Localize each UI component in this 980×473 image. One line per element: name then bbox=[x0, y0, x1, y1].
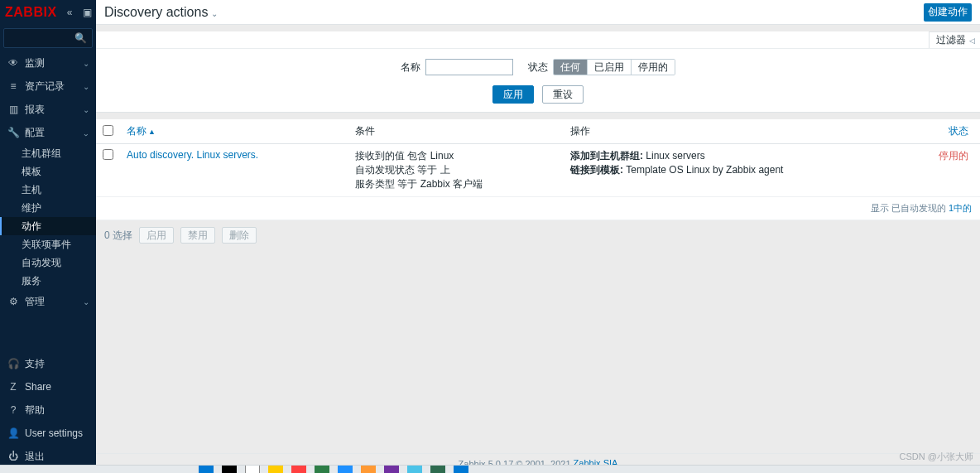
col-operations: 操作 bbox=[564, 119, 922, 144]
nav-monitoring[interactable]: 👁 监测 ⌄ bbox=[0, 51, 96, 75]
bulk-disable-button[interactable]: 禁用 bbox=[180, 227, 215, 244]
nav-admin[interactable]: ⚙ 管理 ⌄ bbox=[0, 290, 96, 313]
sidebar-nav: 👁 监测 ⌄ ≡ 资产记录 ⌄ ▥ 报表 ⌄ 🔧 配置 ⌃ 主机群组 模板 主机… bbox=[0, 51, 96, 352]
filter-panel: 名称 状态 任何 已启用 停用的 应用 重设 bbox=[96, 48, 980, 113]
col-name-sort[interactable]: 名称▲ bbox=[127, 125, 156, 137]
share-icon: Z bbox=[7, 381, 20, 393]
headset-icon: 🎧 bbox=[7, 358, 20, 369]
sidebar-edit-icon[interactable]: ▣ bbox=[79, 0, 96, 25]
content: 名称▲ 条件 操作 状态 Auto discovery. Linux serve… bbox=[96, 119, 980, 473]
nav-inventory[interactable]: ≡ 资产记录 ⌄ bbox=[0, 75, 96, 98]
create-action-button[interactable]: 创建动作 bbox=[924, 3, 972, 22]
filter-tab-row: 过滤器 ◁ bbox=[96, 31, 980, 48]
nav-configuration-sub: 主机群组 模板 主机 维护 动作 关联项事件 自动发现 服务 bbox=[0, 144, 96, 290]
bulk-action-bar: 0 选择 启用 禁用 删除 bbox=[96, 220, 980, 250]
bar-chart-icon: ▥ bbox=[7, 104, 20, 115]
nav-configuration[interactable]: 🔧 配置 ⌃ bbox=[0, 121, 96, 144]
summary-link[interactable]: 1中的 bbox=[949, 203, 972, 213]
sub-actions[interactable]: 动作 bbox=[0, 217, 96, 235]
chevron-up-icon: ⌃ bbox=[83, 128, 89, 138]
chevron-down-icon: ⌄ bbox=[83, 82, 89, 91]
chevron-down-icon: ⌄ bbox=[83, 105, 89, 114]
condition-line: 自动发现状态 等于 上 bbox=[355, 163, 557, 177]
bulk-enable-button[interactable]: 启用 bbox=[139, 227, 174, 244]
operation-line: 链接到模板: Template OS Linux by Zabbix agent bbox=[570, 163, 915, 177]
sidebar-footer: 🎧 支持 Z Share ? 帮助 👤 User settings ⏻ 退出 bbox=[0, 352, 96, 473]
foot-help[interactable]: ? 帮助 bbox=[0, 398, 96, 422]
reset-button[interactable]: 重设 bbox=[542, 85, 584, 104]
operations-cell: 添加到主机群组: Linux servers 链接到模板: Template O… bbox=[564, 144, 922, 197]
status-disabled[interactable]: 停用的 bbox=[631, 60, 675, 75]
search-icon[interactable]: 🔍 bbox=[74, 32, 87, 44]
power-icon: ⏻ bbox=[7, 451, 20, 462]
col-conditions: 条件 bbox=[348, 119, 564, 144]
question-icon: ? bbox=[7, 404, 20, 416]
list-icon: ≡ bbox=[7, 80, 20, 92]
os-taskbar bbox=[0, 465, 980, 473]
chevron-down-icon: ⌄ bbox=[83, 59, 89, 68]
nav-reports[interactable]: ▥ 报表 ⌄ bbox=[0, 98, 96, 121]
filter-name-group: 名称 bbox=[401, 59, 513, 75]
filter-name-input[interactable] bbox=[425, 59, 513, 75]
sub-hosts[interactable]: 主机 bbox=[0, 181, 96, 199]
sort-asc-icon: ▲ bbox=[148, 128, 156, 136]
user-icon: 👤 bbox=[7, 427, 20, 439]
sub-services[interactable]: 服务 bbox=[0, 272, 96, 290]
table-header-row: 名称▲ 条件 操作 状态 bbox=[96, 119, 980, 144]
page-title: Discovery actions bbox=[104, 5, 208, 20]
table-row: Auto discovery. Linux servers. 接收到的值 包含 … bbox=[96, 144, 980, 197]
eye-icon: 👁 bbox=[7, 57, 20, 69]
filter-tab-label: 过滤器 bbox=[936, 33, 966, 47]
gear-icon: ⚙ bbox=[7, 296, 20, 307]
condition-line: 接收到的值 包含 Linux bbox=[355, 149, 557, 163]
sidebar-collapse-icon[interactable]: « bbox=[61, 0, 79, 25]
table-summary: 显示 已自动发现的 1中的 bbox=[96, 197, 980, 220]
sidebar: ZABBIX « ▣ 🔍 👁 监测 ⌄ ≡ 资产记录 ⌄ ▥ 报表 ⌄ 🔧 配置… bbox=[0, 0, 96, 473]
watermark: CSDN @小张大师 bbox=[900, 451, 973, 463]
sidebar-search[interactable]: 🔍 bbox=[3, 28, 93, 48]
foot-share[interactable]: Z Share bbox=[0, 375, 96, 398]
apply-button[interactable]: 应用 bbox=[492, 85, 534, 104]
col-status: 状态 bbox=[922, 119, 980, 144]
condition-line: 服务类型 等于 Zabbix 客户端 bbox=[355, 177, 557, 191]
status-enabled[interactable]: 已启用 bbox=[587, 60, 631, 75]
select-all-checkbox[interactable] bbox=[103, 125, 113, 136]
sub-templates[interactable]: 模板 bbox=[0, 162, 96, 181]
chevron-down-icon: ⌄ bbox=[83, 297, 89, 306]
sub-maintenance[interactable]: 维护 bbox=[0, 199, 96, 217]
status-any[interactable]: 任何 bbox=[554, 60, 587, 75]
title-dropdown[interactable]: Discovery actions ⌄ bbox=[104, 5, 218, 20]
operation-line: 添加到主机群组: Linux servers bbox=[570, 149, 915, 163]
col-status-sort[interactable]: 状态 bbox=[949, 125, 968, 137]
filter-status-label: 状态 bbox=[528, 60, 548, 75]
filter-tab[interactable]: 过滤器 ◁ bbox=[929, 31, 980, 48]
status-toggle[interactable]: 停用的 bbox=[939, 150, 968, 162]
filter-status-group: 状态 任何 已启用 停用的 bbox=[528, 59, 675, 75]
chevron-left-icon: ◁ bbox=[969, 36, 975, 45]
sub-correlation[interactable]: 关联项事件 bbox=[0, 235, 96, 253]
row-checkbox[interactable] bbox=[103, 149, 113, 160]
nav-label: 监测 bbox=[25, 56, 83, 70]
status-segmented: 任何 已启用 停用的 bbox=[553, 59, 675, 75]
actions-table: 名称▲ 条件 操作 状态 Auto discovery. Linux serve… bbox=[96, 119, 980, 197]
bulk-delete-button[interactable]: 删除 bbox=[222, 227, 257, 244]
sidebar-top: ZABBIX « ▣ bbox=[0, 0, 96, 25]
logo[interactable]: ZABBIX bbox=[0, 5, 61, 20]
sub-hostgroups[interactable]: 主机群组 bbox=[0, 144, 96, 162]
chevron-down-icon: ⌄ bbox=[211, 9, 218, 18]
search-input[interactable] bbox=[9, 32, 74, 45]
action-name-link[interactable]: Auto discovery. Linux servers. bbox=[127, 149, 258, 161]
main: Discovery actions ⌄ 创建动作 过滤器 ◁ 名称 状态 任何 … bbox=[96, 0, 980, 473]
foot-user-settings[interactable]: 👤 User settings bbox=[0, 422, 96, 445]
wrench-icon: 🔧 bbox=[7, 127, 20, 138]
page-header: Discovery actions ⌄ 创建动作 bbox=[96, 0, 980, 25]
sub-discovery[interactable]: 自动发现 bbox=[0, 253, 96, 272]
filter-name-label: 名称 bbox=[401, 60, 420, 75]
conditions-cell: 接收到的值 包含 Linux 自动发现状态 等于 上 服务类型 等于 Zabbi… bbox=[348, 144, 564, 197]
foot-support[interactable]: 🎧 支持 bbox=[0, 352, 96, 375]
selected-count: 0 选择 bbox=[104, 229, 132, 243]
